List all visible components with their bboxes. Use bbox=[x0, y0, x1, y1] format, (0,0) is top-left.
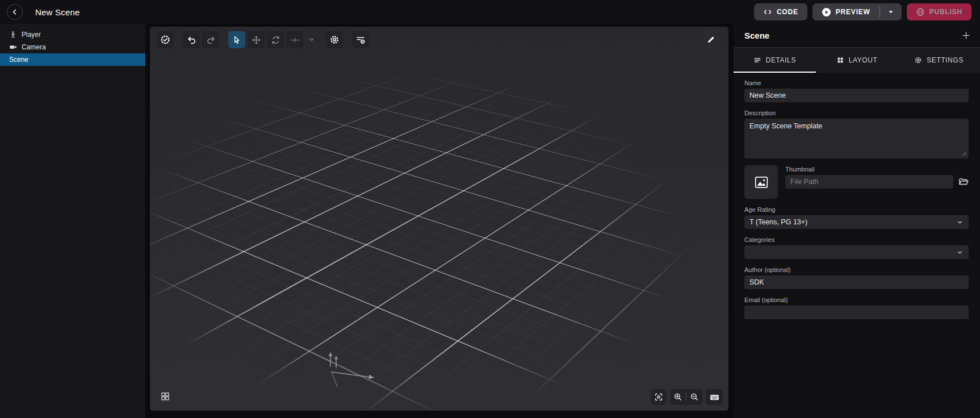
code-button[interactable]: CODE bbox=[754, 3, 807, 20]
age-rating-label: Age Rating bbox=[744, 206, 969, 213]
zoom-controls bbox=[670, 389, 702, 405]
ground-grid bbox=[150, 27, 728, 411]
plus-icon bbox=[961, 31, 971, 40]
tree-item-label: Player bbox=[22, 31, 41, 39]
gear-icon bbox=[914, 56, 922, 64]
author-label: Author (optional) bbox=[744, 266, 969, 273]
axis-gizmo bbox=[320, 345, 388, 387]
chevron-down-icon bbox=[956, 219, 964, 226]
viewport-3d[interactable] bbox=[150, 27, 728, 411]
age-rating-select[interactable]: T (Teens, PG 13+) bbox=[744, 215, 969, 229]
tab-layout[interactable]: LAYOUT bbox=[816, 48, 898, 73]
description-textarea[interactable]: Empty Scene Template bbox=[744, 119, 969, 158]
zoom-in-button[interactable] bbox=[670, 389, 686, 405]
scale-icon bbox=[290, 35, 300, 45]
author-input[interactable] bbox=[744, 275, 969, 289]
entity-tree-panel: Player Camera Scene bbox=[0, 24, 145, 418]
page-title: New Scene bbox=[35, 7, 80, 17]
zoom-out-icon bbox=[690, 392, 699, 402]
preview-split-button: PREVIEW bbox=[813, 3, 902, 20]
move-icon bbox=[252, 35, 261, 45]
tree-item-camera[interactable]: Camera bbox=[0, 41, 145, 53]
inspector-panel: Scene DETAILS LAYOUT bbox=[734, 24, 980, 418]
tab-label: LAYOUT bbox=[849, 56, 878, 64]
smart-item-badge-button[interactable] bbox=[157, 31, 174, 48]
tree-item-scene[interactable]: Scene bbox=[0, 53, 145, 66]
inspector-title: Scene bbox=[744, 31, 769, 40]
age-rating-value: T (Teens, PG 13+) bbox=[749, 218, 807, 226]
categories-select[interactable] bbox=[744, 245, 969, 259]
name-input[interactable] bbox=[744, 89, 969, 102]
parcel-grid-toggle-button[interactable] bbox=[157, 388, 174, 405]
back-button[interactable] bbox=[7, 4, 23, 20]
image-icon bbox=[754, 175, 769, 190]
code-icon bbox=[763, 7, 772, 16]
thumbnail-path-input[interactable] bbox=[785, 175, 953, 189]
folder-open-icon bbox=[958, 177, 969, 187]
player-icon bbox=[9, 31, 17, 39]
preview-button-label: PREVIEW bbox=[836, 8, 870, 16]
camera-icon bbox=[9, 43, 17, 51]
code-button-label: CODE bbox=[777, 8, 798, 16]
keyboard-icon bbox=[710, 392, 719, 402]
entity-tree: Player Camera Scene bbox=[0, 24, 145, 66]
viewport-toolbar bbox=[157, 31, 369, 48]
tab-settings[interactable]: SETTINGS bbox=[898, 48, 980, 73]
focus-icon bbox=[654, 392, 663, 402]
rotate-tool-button[interactable] bbox=[267, 31, 284, 48]
chevron-left-icon bbox=[11, 8, 19, 16]
chevron-down-icon bbox=[956, 249, 964, 256]
inspector-header: Scene bbox=[734, 24, 980, 48]
tool-options-caret-button[interactable] bbox=[305, 31, 317, 48]
email-label: Email (optional) bbox=[744, 296, 969, 303]
tab-details[interactable]: DETAILS bbox=[734, 48, 816, 73]
scene-inspector-toggle-button[interactable] bbox=[352, 31, 369, 48]
tree-item-player[interactable]: Player bbox=[0, 28, 145, 41]
move-tool-button[interactable] bbox=[248, 31, 265, 48]
grid-2x2-icon bbox=[160, 391, 170, 402]
tab-label: SETTINGS bbox=[927, 56, 964, 64]
camera-controls bbox=[651, 389, 723, 405]
badge-check-icon bbox=[160, 35, 170, 45]
reset-camera-button[interactable] bbox=[651, 389, 667, 405]
select-tool-button[interactable] bbox=[228, 31, 245, 48]
name-label: Name bbox=[744, 80, 969, 86]
description-label: Description bbox=[744, 110, 969, 116]
edit-scene-button[interactable] bbox=[702, 31, 719, 48]
categories-label: Categories bbox=[744, 236, 969, 243]
redo-button[interactable] bbox=[202, 31, 219, 48]
gear-icon bbox=[329, 35, 340, 45]
zoom-in-icon bbox=[673, 392, 682, 402]
caret-down-outline-icon bbox=[308, 37, 315, 43]
publish-button[interactable]: PUBLISH bbox=[907, 3, 971, 20]
header-bar: New Scene CODE PREVIEW bbox=[0, 0, 980, 24]
preview-options-button[interactable] bbox=[880, 3, 902, 20]
thumbnail-label: Thumbnail bbox=[785, 166, 969, 173]
email-input[interactable] bbox=[744, 306, 969, 319]
list-icon bbox=[753, 56, 761, 64]
preview-button[interactable]: PREVIEW bbox=[813, 3, 880, 20]
play-circle-icon bbox=[822, 7, 831, 17]
list-settings-icon bbox=[355, 35, 366, 45]
shortcuts-button[interactable] bbox=[706, 389, 723, 405]
scene-editor-app: New Scene CODE PREVIEW bbox=[0, 0, 980, 418]
add-component-button[interactable] bbox=[961, 31, 971, 40]
browse-file-button[interactable] bbox=[958, 177, 969, 187]
viewport-settings-button[interactable] bbox=[326, 31, 343, 48]
globe-icon bbox=[916, 7, 925, 16]
tab-label: DETAILS bbox=[766, 56, 796, 64]
grid-icon bbox=[836, 56, 844, 64]
thumbnail-section: Thumbnail bbox=[744, 165, 969, 199]
scale-tool-button[interactable] bbox=[286, 31, 303, 48]
thumbnail-preview[interactable] bbox=[744, 165, 778, 199]
header-actions: CODE PREVIEW bbox=[754, 3, 980, 20]
undo-button[interactable] bbox=[183, 31, 200, 48]
pointer-icon bbox=[232, 35, 241, 44]
caret-down-icon bbox=[887, 9, 894, 15]
undo-icon bbox=[187, 35, 196, 45]
pencil-icon bbox=[706, 35, 715, 44]
rotate-icon bbox=[271, 35, 280, 45]
tree-item-label: Scene bbox=[9, 56, 28, 64]
publish-button-label: PUBLISH bbox=[929, 8, 962, 16]
zoom-out-button[interactable] bbox=[686, 389, 702, 405]
